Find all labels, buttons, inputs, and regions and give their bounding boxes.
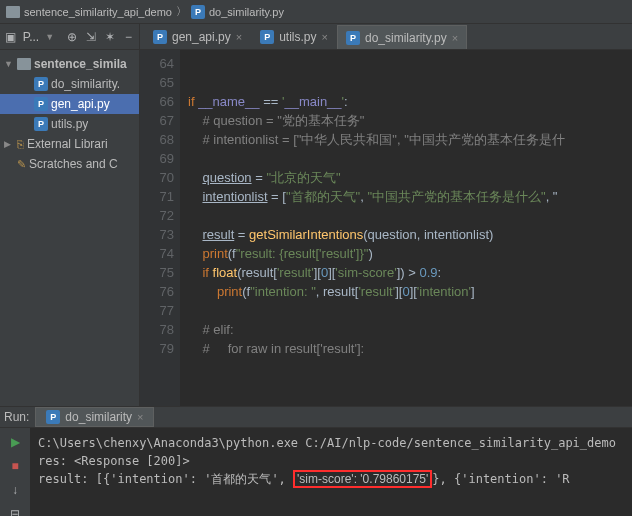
rerun-button[interactable]: ↓ (7, 482, 23, 498)
editor-tab[interactable]: P utils.py × (251, 25, 337, 49)
editor-tab[interactable]: P gen_api.py × (144, 25, 251, 49)
chevron-right-icon: 〉 (176, 4, 187, 19)
run-label: Run: (4, 410, 29, 424)
folder-icon (17, 58, 31, 70)
close-icon[interactable]: × (452, 32, 458, 44)
run-button[interactable]: ▶ (7, 434, 23, 450)
library-icon: ⎘ (17, 138, 24, 150)
close-icon[interactable]: × (322, 31, 328, 43)
tree-label: gen_api.py (51, 97, 110, 111)
python-file-icon: P (260, 30, 274, 44)
breadcrumb[interactable]: sentence_similarity_api_demo 〉 P do_simi… (6, 4, 284, 19)
tree-label: do_similarity. (51, 77, 120, 91)
folder-icon (6, 6, 20, 18)
breadcrumb-bar: sentence_similarity_api_demo 〉 P do_simi… (0, 0, 632, 24)
main-area: ▣ P... ▼ ⊕ ⇲ ✶ − ▼ sentence_simila P do_… (0, 24, 632, 406)
line-gutter: 64656667686970717273747576777879 (140, 50, 180, 406)
gear-icon[interactable]: ✶ (104, 30, 117, 44)
close-icon[interactable]: × (236, 31, 242, 43)
chevron-down-icon[interactable]: ▼ (45, 32, 54, 42)
chevron-right-icon: ▶ (4, 139, 14, 149)
tree-label: External Librari (27, 137, 108, 151)
tree-scratches[interactable]: ✎ Scratches and C (0, 154, 139, 174)
editor-area: P gen_api.py × P utils.py × P do_similar… (140, 24, 632, 406)
tree-label: sentence_simila (34, 57, 127, 71)
target-icon[interactable]: ⊕ (66, 30, 79, 44)
run-output[interactable]: C:\Users\chenxy\Anaconda3\python.exe C:/… (30, 428, 632, 516)
editor-tab[interactable]: P do_similarity.py × (337, 25, 467, 49)
tree-project-root[interactable]: ▼ sentence_simila (0, 54, 139, 74)
tree-file[interactable]: P utils.py (0, 114, 139, 134)
hide-icon[interactable]: − (122, 30, 135, 44)
breadcrumb-file: do_similarity.py (209, 6, 284, 18)
tree-external-libs[interactable]: ▶ ⎘ External Librari (0, 134, 139, 154)
sidebar-header: ▣ P... ▼ ⊕ ⇲ ✶ − (0, 24, 139, 50)
sidebar-title: P... (23, 30, 39, 44)
run-tab[interactable]: P do_similarity × (35, 407, 154, 427)
scratch-icon: ✎ (17, 158, 26, 171)
stop-button[interactable]: ■ (7, 458, 23, 474)
python-file-icon: P (34, 117, 48, 131)
tab-label: do_similarity.py (365, 31, 447, 45)
tree-file[interactable]: P do_similarity. (0, 74, 139, 94)
tree-label: Scratches and C (29, 157, 118, 171)
python-file-icon: P (34, 77, 48, 91)
tab-label: utils.py (279, 30, 316, 44)
run-tabbar: Run: P do_similarity × (0, 407, 632, 428)
python-file-icon: P (191, 5, 205, 19)
breadcrumb-project: sentence_similarity_api_demo (24, 6, 172, 18)
python-file-icon: P (46, 410, 60, 424)
run-toolbar: ▶ ■ ↓ ⊟ (0, 428, 30, 516)
python-file-icon: P (153, 30, 167, 44)
close-icon[interactable]: × (137, 411, 143, 423)
code-editor[interactable]: 64656667686970717273747576777879 if __na… (140, 50, 632, 406)
collapse-icon[interactable]: ⇲ (85, 30, 98, 44)
up-button[interactable]: ⊟ (7, 506, 23, 516)
project-sidebar: ▣ P... ▼ ⊕ ⇲ ✶ − ▼ sentence_simila P do_… (0, 24, 140, 406)
run-tab-label: do_similarity (65, 410, 132, 424)
project-view-icon[interactable]: ▣ (4, 30, 17, 44)
python-file-icon: P (34, 97, 48, 111)
project-tree: ▼ sentence_simila P do_similarity. P gen… (0, 50, 139, 178)
tab-label: gen_api.py (172, 30, 231, 44)
code-content[interactable]: if __name__ == '__main__': # question = … (180, 50, 632, 406)
chevron-down-icon: ▼ (4, 59, 14, 69)
run-panel: Run: P do_similarity × ▶ ■ ↓ ⊟ C:\Users\… (0, 406, 632, 516)
tree-label: utils.py (51, 117, 88, 131)
python-file-icon: P (346, 31, 360, 45)
tree-file[interactable]: P gen_api.py (0, 94, 139, 114)
editor-tabbar: P gen_api.py × P utils.py × P do_similar… (140, 24, 632, 50)
